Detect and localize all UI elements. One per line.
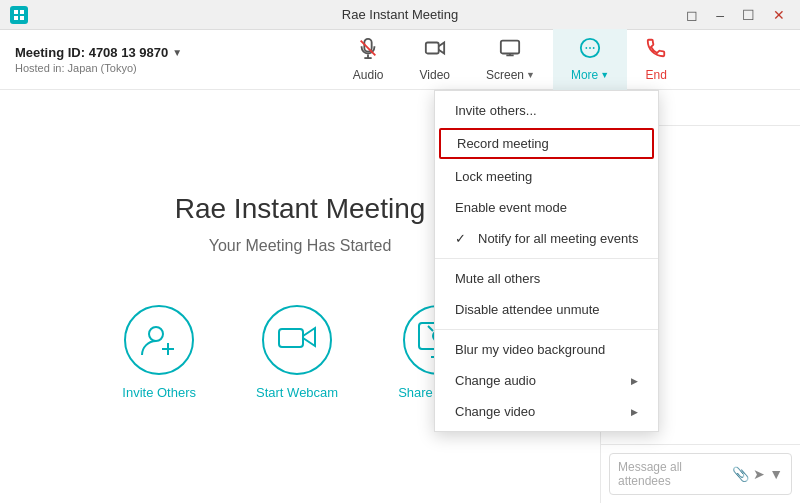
meeting-title: Rae Instant Meeting [175, 193, 426, 225]
message-placeholder: Message all attendees [618, 460, 726, 488]
more-dropdown-menu: Invite others... Record meeting Lock mee… [434, 90, 659, 432]
message-input-row: Message all attendees 📎 ➤ ▼ [609, 453, 792, 495]
action-icons: Invite Others Start Webcam [122, 305, 477, 400]
svg-rect-8 [501, 41, 519, 54]
menu-disable-unmute[interactable]: Disable attendee unmute [435, 294, 658, 325]
menu-notify-events[interactable]: Notify for all meeting events [435, 223, 658, 254]
message-box: Message all attendees 📎 ➤ ▼ [601, 444, 800, 503]
svg-point-13 [149, 327, 163, 341]
audio-icon [357, 37, 379, 64]
app-logo [10, 6, 28, 24]
close-icon[interactable]: ✕ [768, 5, 790, 25]
webcam-icon-circle [262, 305, 332, 375]
end-label: End [646, 68, 667, 82]
menu-enable-event-mode[interactable]: Enable event mode [435, 192, 658, 223]
restore-icon[interactable]: ◻ [681, 5, 703, 25]
svg-line-23 [428, 326, 433, 331]
meeting-subtitle: Your Meeting Has Started [209, 237, 392, 255]
main-area: Rae Instant Meeting Your Meeting Has Sta… [0, 90, 800, 503]
video-icon [424, 37, 446, 64]
more-button[interactable]: More ▼ [553, 29, 627, 90]
svg-point-12 [593, 47, 595, 49]
start-webcam-action[interactable]: Start Webcam [256, 305, 338, 400]
meeting-id: Meeting ID: 4708 13 9870 ▼ [15, 45, 230, 60]
svg-rect-1 [20, 10, 24, 14]
hosted-in: Hosted in: Japan (Tokyo) [15, 62, 230, 74]
start-webcam-label: Start Webcam [256, 385, 338, 400]
maximize-icon[interactable]: ☐ [737, 5, 760, 25]
menu-blur-bg[interactable]: Blur my video background [435, 334, 658, 365]
screen-label: Screen ▼ [486, 68, 535, 82]
audio-button[interactable]: Audio [335, 29, 402, 90]
send-icon[interactable]: ➤ [753, 466, 765, 482]
more-label: More ▼ [571, 68, 609, 82]
svg-rect-0 [14, 10, 18, 14]
toolbar: Meeting ID: 4708 13 9870 ▼ Hosted in: Ja… [0, 30, 800, 90]
window-controls: ◻ – ☐ ✕ [681, 5, 790, 25]
message-icons: 📎 ➤ ▼ [732, 466, 783, 482]
window-title: Rae Instant Meeting [342, 7, 458, 22]
invite-icon-circle [124, 305, 194, 375]
svg-rect-7 [426, 43, 439, 54]
menu-lock-meeting[interactable]: Lock meeting [435, 161, 658, 192]
menu-record-meeting[interactable]: Record meeting [439, 128, 654, 159]
more-icon [579, 37, 601, 64]
emoji-chevron-icon[interactable]: ▼ [769, 466, 783, 482]
screen-icon [499, 37, 521, 64]
video-label: Video [420, 68, 450, 82]
menu-divider-2 [435, 329, 658, 330]
menu-divider-1 [435, 258, 658, 259]
svg-point-11 [589, 47, 591, 49]
end-button[interactable]: End [627, 29, 685, 90]
audio-label: Audio [353, 68, 384, 82]
meeting-info: Meeting ID: 4708 13 9870 ▼ Hosted in: Ja… [10, 45, 230, 74]
menu-mute-all[interactable]: Mute all others [435, 263, 658, 294]
svg-point-10 [585, 47, 587, 49]
end-icon [645, 37, 667, 64]
screen-chevron-icon: ▼ [526, 70, 535, 80]
meeting-id-chevron-icon: ▼ [172, 47, 182, 58]
menu-invite-others[interactable]: Invite others... [435, 95, 658, 126]
invite-others-action[interactable]: Invite Others [122, 305, 196, 400]
video-button[interactable]: Video [402, 29, 468, 90]
menu-change-video[interactable]: Change video [435, 396, 658, 427]
svg-rect-16 [279, 329, 303, 347]
attachment-icon[interactable]: 📎 [732, 466, 749, 482]
more-chevron-icon: ▼ [600, 70, 609, 80]
minimize-icon[interactable]: – [711, 5, 729, 25]
menu-change-audio[interactable]: Change audio [435, 365, 658, 396]
svg-rect-2 [14, 16, 18, 20]
toolbar-buttons: Audio Video Screen [230, 29, 790, 90]
svg-rect-3 [20, 16, 24, 20]
screen-button[interactable]: Screen ▼ [468, 29, 553, 90]
title-bar: Rae Instant Meeting ◻ – ☐ ✕ [0, 0, 800, 30]
invite-others-label: Invite Others [122, 385, 196, 400]
